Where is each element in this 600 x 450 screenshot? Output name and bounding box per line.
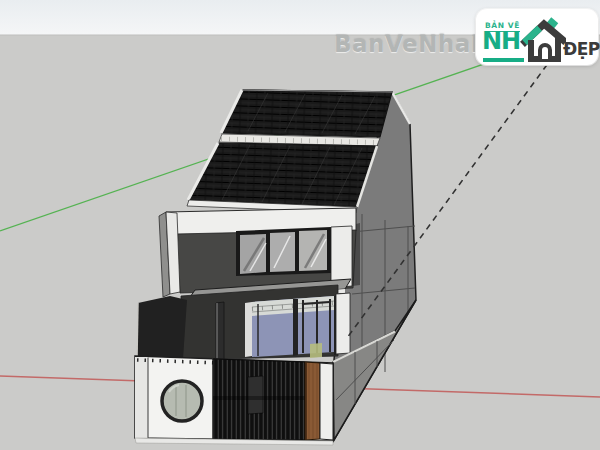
ground-column-right <box>336 293 350 354</box>
gate-panel <box>248 376 263 414</box>
window-band <box>236 227 331 276</box>
sketchup-model-viewport[interactable]: BanVeNhaDep BẢN VẼ NH ĐẸP <box>0 0 600 450</box>
glazing-mullion <box>293 299 298 356</box>
model-canvas <box>0 0 600 450</box>
glazing-frame-left <box>245 302 252 357</box>
roof-lower <box>187 143 377 213</box>
porthole-window <box>162 381 202 421</box>
ground-floor <box>181 285 350 361</box>
logo-main-text: NH <box>482 27 520 55</box>
fence-right-column <box>320 363 333 440</box>
front-fence <box>135 356 333 445</box>
brand-logo: BẢN VẼ NH ĐẸP <box>476 9 598 65</box>
interior-accent <box>310 343 322 358</box>
roof-upper <box>221 90 392 137</box>
courtyard-shadow <box>137 296 187 359</box>
yard-wall-edge <box>137 303 138 358</box>
fence-left-column <box>135 357 148 438</box>
wood-door-panel[interactable] <box>305 362 320 440</box>
logo-suffix-text: ĐẸP <box>563 39 600 59</box>
house-icon <box>518 13 566 63</box>
